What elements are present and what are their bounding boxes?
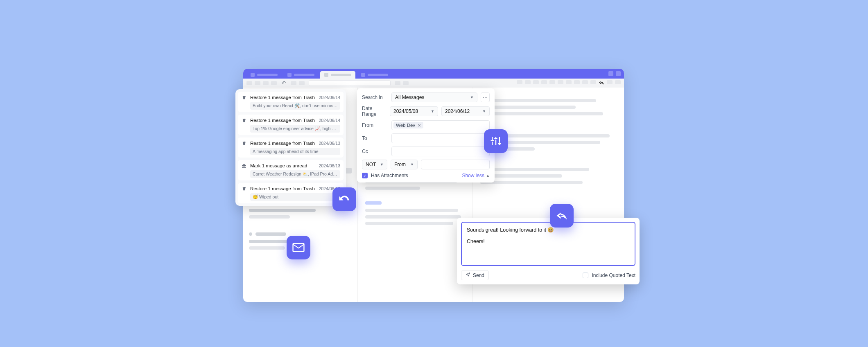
history-item[interactable]: Restore 1 message from Trash 2024/06/14 … [238,115,344,135]
search-in-label: Search in [362,95,388,100]
history-item-title: Restore 1 message from Trash [250,95,315,100]
history-item-date: 2024/06/13 [319,163,340,168]
mail-open-icon [241,164,247,168]
history-item-date: 2024/06/14 [319,118,340,123]
show-less-label: Show less [462,173,484,178]
cc-field[interactable] [391,146,490,156]
date-from-value: 2024/05/08 [393,108,418,114]
history-item-subject: Carrot Weather Redesign ⛅, iPad Pro Ad R… [250,170,340,178]
checkbox-checked-icon: ✓ [362,173,368,178]
history-item[interactable]: Restore 1 message from Trash 2024/06/13 … [238,137,344,158]
tab-2[interactable] [283,71,319,79]
history-item[interactable]: Restore 1 message from Trash 2024/06/13 … [238,183,344,203]
tab-strip [246,69,605,79]
window-minimize[interactable] [608,71,613,76]
more-options-button[interactable]: ⋯ [481,92,490,102]
bool-op-select[interactable]: NOT ▼ [362,160,387,169]
has-attachments-label: Has Attachments [371,173,408,178]
window-controls [608,71,621,76]
search-in-select[interactable]: All Messages ▼ [391,92,477,102]
history-item[interactable]: Mark 1 message as unread 2024/06/13 Carr… [238,160,344,180]
bool-field-value: From [394,162,406,167]
history-item-date: 2024/06/14 [319,95,340,100]
titlebar [243,69,624,79]
has-attachments-checkbox[interactable]: ✓ Has Attachments [362,173,408,178]
reply-all-feature-tile [550,204,574,228]
sliders-feature-tile [484,129,508,153]
quick-reply-panel: Sounds great! Looking forward to it 😄 Ch… [457,218,640,284]
remove-chip-icon[interactable]: ✕ [418,123,421,128]
cc-label: Cc [362,149,388,154]
history-item-subject: A messaging app ahead of its time [250,148,340,155]
history-item-subject: 😴 Wiped out [250,193,340,201]
chevron-up-icon: ▲ [486,174,490,178]
bool-op-value: NOT [366,162,376,167]
tab-3-active[interactable] [320,71,355,79]
include-quoted-label: Include Quoted Text [592,273,635,278]
history-item-date: 2024/06/13 [319,141,340,146]
from-label: From [362,122,388,128]
date-from-select[interactable]: 2024/05/08 ▼ [390,106,438,116]
mail-icon [292,243,305,252]
history-item-subject: Top 1% Google engineer advice 📈, high qu… [250,125,340,133]
history-item-title: Mark 1 message as unread [250,163,307,168]
undo-feature-tile [332,187,356,211]
advanced-search-panel: Search in All Messages ▼ ⋯ Date Range 20… [357,88,495,183]
history-item-subject: Build your own React 🛠️, don't use micro… [250,102,340,110]
history-item-title: Restore 1 message from Trash [250,118,315,123]
undo-arrow-icon [338,193,350,205]
chevron-down-icon: ▼ [410,162,414,167]
show-less-toggle[interactable]: Show less ▲ [462,173,490,178]
reply-textarea[interactable]: Sounds great! Looking forward to it 😄 Ch… [461,222,635,266]
history-item[interactable]: Restore 1 message from Trash 2024/06/14 … [238,92,344,112]
trash-icon [241,141,247,146]
send-label: Send [473,273,484,278]
bool-value-field[interactable] [421,160,490,169]
undo-history-popover: Restore 1 message from Trash 2024/06/14 … [235,89,346,206]
bool-field-select[interactable]: From ▼ [391,160,418,169]
tab-4[interactable] [357,71,392,79]
search-in-value: All Messages [395,95,424,100]
toolbar-search[interactable] [309,80,391,86]
chevron-down-icon: ▼ [380,162,384,167]
chevron-down-icon: ▼ [482,109,486,113]
undo-icon[interactable]: ↶ [281,80,287,86]
send-icon [466,272,470,278]
sliders-icon [490,135,502,147]
from-field[interactable]: Web Dev ✕ [391,120,490,130]
to-label: To [362,135,388,141]
trash-icon [241,95,247,100]
history-item-title: Restore 1 message from Trash [250,186,315,191]
reply-all-icon[interactable] [599,80,604,86]
date-range-label: Date Range [362,106,387,117]
reply-all-icon [556,210,568,222]
from-chip[interactable]: Web Dev ✕ [393,122,423,128]
date-to-select[interactable]: 2024/06/12 ▼ [441,106,490,116]
checkbox-empty-icon [583,273,588,278]
from-chip-label: Web Dev [396,123,415,128]
send-button[interactable]: Send [461,270,489,280]
toolbar: ↶ [243,79,624,88]
include-quoted-checkbox[interactable]: Include Quoted Text [583,273,635,278]
to-field[interactable] [391,133,490,143]
trash-icon [241,118,247,123]
mail-feature-tile [287,236,310,259]
chevron-down-icon: ▼ [470,95,474,99]
window-maximize[interactable] [616,71,621,76]
history-item-title: Restore 1 message from Trash [250,141,315,146]
tab-1[interactable] [246,71,282,79]
date-to-value: 2024/06/12 [445,108,470,114]
chevron-down-icon: ▼ [431,109,434,113]
trash-icon [241,186,247,191]
